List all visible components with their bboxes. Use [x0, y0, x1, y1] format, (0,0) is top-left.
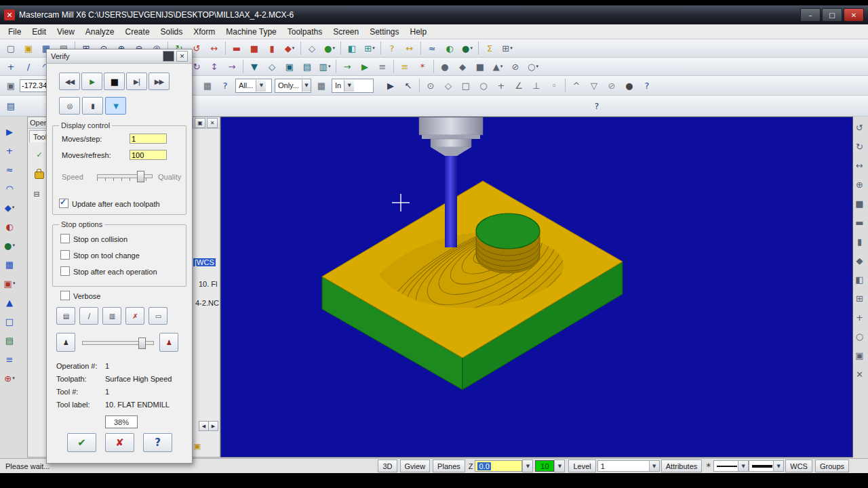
- gview-side-icon[interactable]: ▮: [264, 40, 280, 56]
- simulation-speed-slider[interactable]: [82, 341, 154, 345]
- graphics-viewport[interactable]: [220, 117, 853, 458]
- create-line-icon[interactable]: /: [20, 58, 37, 75]
- close-button[interactable]: ✕: [844, 8, 864, 22]
- select-all-operations-icon[interactable]: ✓: [33, 148, 45, 161]
- statistics-button[interactable]: ▥: [102, 307, 121, 325]
- grid-toggle-icon[interactable]: ⊞: [852, 290, 868, 306]
- rewind-button[interactable]: ◀◀: [59, 73, 80, 90]
- general-help-icon[interactable]: ?: [589, 98, 605, 114]
- ok-button[interactable]: ✔: [67, 433, 96, 452]
- light-icon[interactable]: ○: [852, 328, 868, 344]
- selection-mode-icon[interactable]: ▦: [313, 77, 330, 94]
- toolpath-pocket-icon[interactable]: ▣: [281, 58, 298, 75]
- pattern-icon[interactable]: ▤: [1, 332, 18, 348]
- cut-stock-button[interactable]: /: [79, 307, 98, 325]
- curve-tool-icon[interactable]: ≈: [1, 161, 18, 178]
- toolpath-contour-icon[interactable]: ◇: [264, 58, 280, 75]
- bounding-box-icon[interactable]: □: [1, 313, 18, 329]
- fast-forward-button[interactable]: ▶▶: [149, 73, 170, 90]
- grid-settings-icon[interactable]: ▦: [199, 77, 216, 94]
- moves-step-input[interactable]: [130, 134, 167, 144]
- gear-tool-icon[interactable]: ⊕▾: [1, 370, 18, 386]
- fast-run-button[interactable]: ♟: [159, 333, 178, 352]
- post-process-icon[interactable]: ≡: [374, 58, 391, 75]
- menu-machine-type[interactable]: Machine Type: [220, 25, 282, 39]
- viewport-rotate-y-icon[interactable]: ↻: [852, 138, 868, 155]
- play-button[interactable]: ▶: [81, 73, 102, 90]
- select-solids-icon[interactable]: ●: [621, 77, 637, 94]
- tool-display-button[interactable]: ▮: [82, 97, 103, 115]
- attributes-icon[interactable]: *: [414, 58, 431, 75]
- utility-icon-1[interactable]: ●: [437, 58, 453, 75]
- update-each-toolpath-checkbox[interactable]: Update after each toolpath: [59, 199, 160, 208]
- select-invert-icon[interactable]: ▽: [586, 77, 602, 94]
- capture-icon[interactable]: ✕: [852, 366, 868, 382]
- stop-on-tool-change-checkbox[interactable]: Stop on tool change: [60, 250, 140, 260]
- verify-toolpath-icon[interactable]: ▶: [357, 58, 373, 75]
- planes-button[interactable]: Planes: [433, 460, 465, 472]
- verify-options-button[interactable]: ▼: [105, 97, 126, 115]
- tree-collapse-node[interactable]: ⊟: [31, 188, 43, 200]
- tree-item-tool[interactable]: 10. Fl: [199, 280, 218, 288]
- line-style-combo[interactable]: ▼: [713, 460, 749, 472]
- menu-file[interactable]: File: [3, 25, 26, 39]
- in-view-combo[interactable]: In▼: [332, 79, 374, 93]
- gview-button[interactable]: Gview: [400, 460, 431, 472]
- menu-screen[interactable]: Screen: [328, 25, 364, 39]
- line-width-combo[interactable]: ▼: [749, 460, 784, 472]
- step-forward-button[interactable]: ▶|: [126, 73, 147, 90]
- create-point-icon[interactable]: +: [3, 58, 19, 75]
- menu-view[interactable]: View: [52, 25, 80, 39]
- solid-tool-icon[interactable]: ●▾: [1, 237, 18, 253]
- minimize-button[interactable]: –: [800, 8, 821, 22]
- dialog-close-icon[interactable]: ✕: [176, 51, 188, 62]
- utility-icon-2[interactable]: ◆: [454, 58, 471, 75]
- groups-button[interactable]: Groups: [815, 460, 849, 472]
- menu-analyze[interactable]: Analyze: [80, 25, 120, 39]
- solid-create-icon[interactable]: ●▾: [459, 40, 475, 56]
- level-combo[interactable]: 1▼: [597, 460, 660, 472]
- rect-tool-icon[interactable]: ▣▾: [1, 275, 18, 291]
- select-chain-icon[interactable]: ^: [568, 77, 585, 94]
- verify-dialog-titlebar[interactable]: Verify ■ ✕: [47, 49, 192, 64]
- lock-icon[interactable]: [33, 169, 45, 181]
- surface-create-icon[interactable]: ◐: [441, 40, 458, 56]
- text-tool-icon[interactable]: ▲: [1, 294, 18, 310]
- pan-icon[interactable]: ↔: [206, 40, 222, 56]
- analyze-distance-icon[interactable]: ↔: [401, 40, 418, 56]
- utility-icon-6[interactable]: ○▾: [525, 58, 541, 75]
- panel-close-button[interactable]: ✕: [207, 118, 218, 128]
- menu-help[interactable]: Help: [405, 25, 433, 39]
- grid-icon[interactable]: ⊞▾: [499, 40, 515, 56]
- snap-tangent-icon[interactable]: ◦: [546, 77, 562, 94]
- snap-midpoint-icon[interactable]: ◇: [440, 77, 456, 94]
- select-only-combo[interactable]: Only...▼: [275, 79, 311, 93]
- select-last-icon[interactable]: ▶: [382, 77, 399, 94]
- shaded-icon[interactable]: ●▾: [321, 40, 338, 56]
- verbose-checkbox[interactable]: Verbose: [60, 291, 100, 300]
- new-file-icon[interactable]: ▢: [3, 40, 19, 56]
- pin-button[interactable]: ■: [163, 51, 174, 62]
- cancel-button[interactable]: ✘: [105, 433, 134, 452]
- toolpath-drill-icon[interactable]: ▼: [246, 58, 262, 75]
- sketcher-icon[interactable]: +: [1, 142, 18, 159]
- gview-top-icon[interactable]: ▬: [229, 40, 245, 56]
- utility-icon-5[interactable]: ⊘: [507, 58, 524, 75]
- curve-create-icon[interactable]: ≈: [424, 40, 440, 56]
- surface-rough-icon[interactable]: ▤: [299, 58, 315, 75]
- menu-solids[interactable]: Solids: [155, 25, 189, 39]
- stop-on-collision-checkbox[interactable]: Stop on collision: [60, 234, 127, 243]
- snap-origin-icon[interactable]: ⊙: [422, 77, 439, 94]
- axes-toggle-icon[interactable]: +: [852, 309, 868, 325]
- gview-front-icon[interactable]: ■: [246, 40, 262, 56]
- slow-motion-button[interactable]: ♟: [56, 333, 75, 352]
- viewport-rotate-x-icon[interactable]: ↺: [852, 119, 868, 136]
- analyze-entity-icon[interactable]: ?: [384, 40, 400, 56]
- simulate-mode-button[interactable]: ◎: [59, 97, 80, 115]
- remove-chips-button[interactable]: ✗: [125, 307, 144, 325]
- menu-toolpaths[interactable]: Toolpaths: [282, 25, 328, 39]
- menu-xform[interactable]: Xform: [188, 25, 220, 39]
- menu-settings[interactable]: Settings: [364, 25, 404, 39]
- selection-help-icon[interactable]: ?: [639, 77, 655, 94]
- panel-float-button[interactable]: ▣: [195, 118, 205, 128]
